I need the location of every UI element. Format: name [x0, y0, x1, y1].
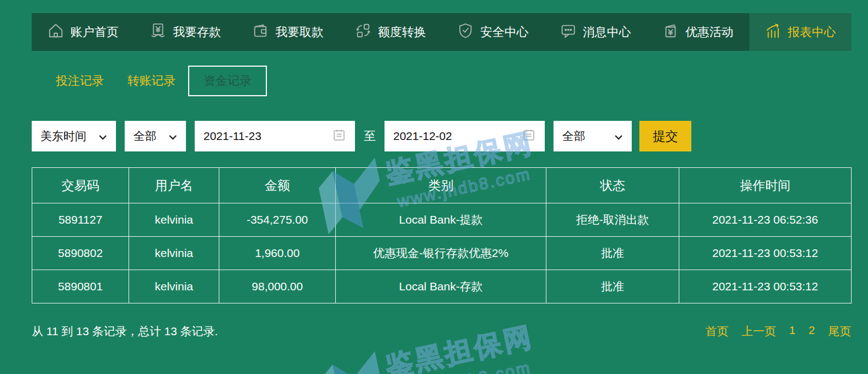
column-header-amount: 金额 [219, 168, 336, 203]
watermark-url-text: www.jhdb8.com [391, 357, 541, 374]
tab-bet-records[interactable]: 投注记录 [56, 73, 104, 89]
nav-item-promotions[interactable]: 优惠活动 [646, 13, 749, 51]
cell-status: 拒绝-取消出款 [546, 203, 679, 237]
cell-username: kelvinia [129, 237, 219, 270]
nav-item-reports[interactable]: 报表中心 [749, 13, 852, 51]
watermark-brand-text: 鉴黑担保网 [382, 318, 537, 374]
watermark: 鉴黑担保网 www.jhdb8.com [314, 313, 554, 374]
cell-category: 优惠现金-银行存款优惠2% [336, 237, 546, 270]
nav-item-label: 安全中心 [480, 24, 528, 40]
records-summary: 从 11 到 13 条记录，总计 13 条记录. [32, 324, 218, 339]
date-to-value: 2021-12-02 [393, 130, 452, 143]
cell-username: kelvinia [129, 270, 219, 303]
message-icon [560, 22, 576, 42]
column-header-status: 状态 [546, 168, 679, 203]
tab-transfer-records[interactable]: 转账记录 [127, 73, 176, 89]
date-to-input[interactable]: 2021-12-02 [385, 121, 545, 151]
filter-toolbar: 美东时间 全部 2021-11-23 至 2021-12-02 全部 提交 [32, 121, 691, 151]
date-from-value: 2021-11-23 [203, 130, 261, 143]
tab-fund-records[interactable]: 资金记录 [188, 66, 267, 96]
table-header-row: 交易码 用户名 金额 类别 状态 操作时间 [32, 168, 852, 203]
column-header-transaction-id: 交易码 [32, 168, 129, 203]
submit-button[interactable]: 提交 [639, 121, 691, 151]
column-header-username: 用户名 [129, 168, 219, 203]
report-icon [765, 22, 781, 42]
nav-item-label: 报表中心 [788, 24, 836, 40]
cell-category: Local Bank-提款 [336, 203, 546, 237]
pagination-page-1[interactable]: 1 [789, 324, 796, 339]
transactions-table: 交易码 用户名 金额 类别 状态 操作时间 5891127 kelvinia -… [32, 167, 852, 303]
cell-transaction-id: 5890802 [32, 237, 129, 270]
pagination-page-2[interactable]: 2 [808, 324, 815, 339]
cell-transaction-id: 5890801 [32, 270, 129, 303]
withdraw-icon [252, 22, 269, 42]
timezone-select[interactable]: 美东时间 [32, 121, 116, 151]
promo-icon [662, 22, 679, 42]
timezone-select-value: 美东时间 [40, 128, 86, 144]
column-header-category: 类别 [336, 168, 546, 203]
cell-amount: 1,960.00 [219, 237, 336, 270]
security-icon [457, 22, 474, 42]
calendar-icon[interactable] [522, 128, 536, 145]
type-select-value: 全部 [133, 128, 156, 144]
nav-item-security[interactable]: 安全中心 [442, 13, 544, 51]
table-row: 5891127 kelvinia -354,275.00 Local Bank-… [32, 203, 852, 237]
pagination-prev[interactable]: 上一页 [742, 324, 776, 339]
nav-item-label: 消息中心 [583, 24, 631, 40]
chevron-down-icon [98, 130, 107, 143]
cell-time: 2021-11-23 00:53:12 [679, 270, 852, 303]
pagination: 首页 上一页 1 2 尾页 [706, 324, 851, 339]
cell-time: 2021-11-23 00:53:12 [679, 237, 852, 270]
nav-item-transfer[interactable]: 额度转换 [339, 13, 441, 51]
calendar-icon[interactable] [332, 128, 346, 145]
cell-time: 2021-11-23 06:52:36 [679, 203, 852, 237]
home-icon [48, 22, 64, 42]
nav-item-label: 我要存款 [173, 24, 221, 40]
nav-item-messages[interactable]: 消息中心 [544, 13, 646, 51]
watermark-logo-icon [314, 347, 392, 374]
cell-category: Local Bank-存款 [336, 270, 546, 303]
date-range-to-label: 至 [364, 128, 376, 144]
nav-item-label: 账户首页 [71, 24, 119, 40]
nav-item-label: 额度转换 [378, 24, 426, 40]
top-navbar: 账户首页 我要存款 我要取款 额度转换 安全中心 消息中心 优惠活动 报表中心 [32, 13, 852, 51]
nav-item-withdraw[interactable]: 我要取款 [237, 13, 339, 51]
record-tabs: 投注记录 转账记录 资金记录 [56, 67, 267, 95]
column-header-time: 操作时间 [679, 168, 852, 203]
status-select-value: 全部 [562, 128, 585, 144]
nav-item-label: 优惠活动 [685, 24, 733, 40]
cell-status: 批准 [546, 237, 679, 270]
pagination-last[interactable]: 尾页 [828, 324, 851, 339]
table-row: 5890801 kelvinia 98,000.00 Local Bank-存款… [32, 270, 852, 303]
table-row: 5890802 kelvinia 1,960.00 优惠现金-银行存款优惠2% … [32, 237, 852, 270]
chevron-down-icon [168, 130, 177, 143]
cell-status: 批准 [546, 270, 679, 303]
chevron-down-icon [614, 130, 623, 143]
nav-item-deposit[interactable]: 我要存款 [134, 13, 236, 51]
deposit-icon [150, 22, 166, 42]
status-select[interactable]: 全部 [554, 121, 632, 151]
cell-transaction-id: 5891127 [32, 203, 129, 237]
type-select[interactable]: 全部 [125, 121, 186, 151]
transfer-icon [355, 22, 371, 42]
nav-item-home[interactable]: 账户首页 [32, 13, 134, 51]
cell-amount: -354,275.00 [219, 203, 336, 237]
cell-username: kelvinia [129, 203, 219, 237]
date-from-input[interactable]: 2021-11-23 [195, 121, 355, 151]
nav-item-label: 我要取款 [275, 24, 323, 40]
cell-amount: 98,000.00 [219, 270, 336, 303]
pagination-first[interactable]: 首页 [706, 324, 729, 339]
